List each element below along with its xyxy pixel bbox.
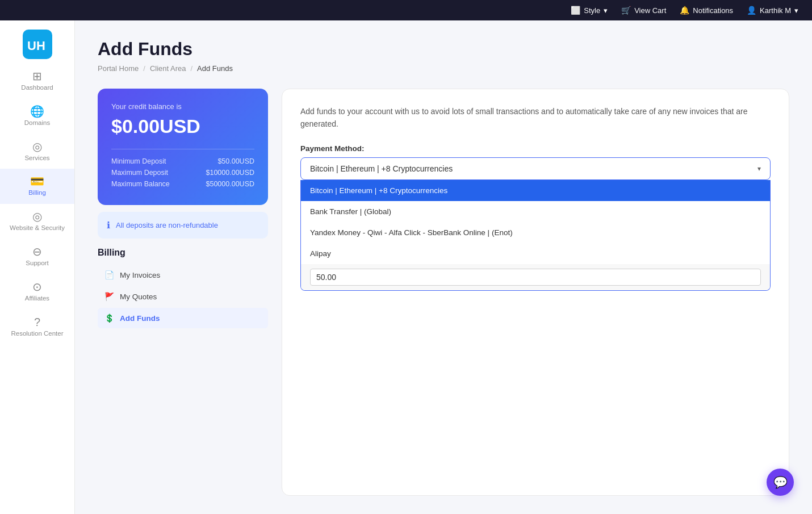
billing-section-title: Billing [98, 248, 268, 258]
billing-icon: 💳 [30, 175, 44, 187]
min-deposit-val: $50.00USD [217, 157, 254, 165]
viewcart-label: View Cart [634, 6, 666, 15]
funds-description: Add funds to your account with us to avo… [300, 105, 771, 131]
balance-card: Your credit balance is $0.00USD Minimum … [98, 89, 268, 205]
min-deposit-label: Minimum Deposit [111, 157, 166, 165]
support-icon: ⊖ [32, 246, 42, 257]
user-chevron: ▾ [794, 6, 798, 15]
payment-dropdown-wrapper: Bitcoin | Ethereum | +8 Cryptocurrencies… [300, 157, 771, 180]
main-content: Add Funds Portal Home / Client Area / Ad… [75, 20, 812, 514]
balance-divider [111, 149, 254, 149]
dashboard-label: Dashboard [21, 84, 53, 92]
security-icon: ◎ [32, 211, 42, 222]
style-menu[interactable]: ⬜ Style ▾ [571, 6, 608, 15]
add-funds-icon: 💲 [104, 314, 114, 323]
max-deposit-label: Maximum Deposit [111, 169, 168, 177]
sidebar-item-billing[interactable]: 💳 Billing [0, 169, 74, 204]
breadcrumb-client[interactable]: Client Area [150, 64, 186, 73]
viewcart-button[interactable]: 🛒 View Cart [621, 6, 666, 15]
resolution-icon: ? [34, 316, 40, 328]
max-balance-val: $50000.00USD [206, 180, 254, 188]
invoices-icon: 📄 [104, 270, 114, 279]
payment-option-alipay[interactable]: Alipay [301, 243, 770, 264]
content-row: Your credit balance is $0.00USD Minimum … [98, 89, 789, 496]
sidebar: UH ⊞ Dashboard 🌐 Domains ◎ Services 💳 Bi… [0, 20, 75, 514]
dashboard-icon: ⊞ [32, 70, 42, 82]
page-title: Add Funds [98, 39, 789, 60]
sidebar-item-support[interactable]: ⊖ Support [0, 239, 74, 274]
sidebar-item-resolution[interactable]: ? Resolution Center [0, 310, 74, 345]
notifications-button[interactable]: 🔔 Notifications [680, 6, 733, 15]
sidebar-item-affiliates[interactable]: ⊙ Affiliates [0, 274, 74, 310]
info-card: ℹ All deposits are non-refundable [98, 212, 268, 239]
billing-section: Billing 📄 My Invoices 🚩 My Quotes 💲 Add … [98, 248, 268, 329]
svg-text:UH: UH [27, 39, 45, 53]
services-icon: ◎ [32, 141, 42, 152]
sidebar-item-services[interactable]: ◎ Services [0, 134, 74, 169]
cart-icon: 🛒 [621, 6, 631, 15]
payment-option-bank[interactable]: Bank Transfer | (Global) [301, 201, 770, 222]
balance-label: Your credit balance is [111, 102, 254, 111]
breadcrumb-sep2: / [190, 64, 192, 73]
payment-dropdown[interactable]: Bitcoin | Ethereum | +8 Cryptocurrencies… [300, 157, 771, 180]
style-icon: ⬜ [571, 6, 580, 15]
domains-icon: 🌐 [30, 106, 44, 117]
info-text: All deposits are non-refundable [116, 221, 218, 229]
security-label: Website & Security [10, 224, 65, 232]
payment-method-label: Payment Method: [300, 144, 771, 153]
notifications-label: Notifications [693, 6, 733, 15]
logo[interactable]: UH [23, 30, 52, 59]
sidebar-item-dashboard[interactable]: ⊞ Dashboard [0, 64, 74, 99]
balance-amount: $0.00USD [111, 115, 254, 137]
payment-option-yandex[interactable]: Yandex Money - Qiwi - Alfa Click - SberB… [301, 222, 770, 243]
dropdown-arrow: ▾ [757, 165, 761, 173]
user-menu[interactable]: 👤 Karthik M ▾ [747, 6, 798, 15]
sidebar-item-domains[interactable]: 🌐 Domains [0, 99, 74, 134]
breadcrumb: Portal Home / Client Area / Add Funds [98, 64, 789, 73]
quotes-label: My Quotes [120, 292, 157, 301]
add-funds-menu-label: Add Funds [120, 314, 160, 323]
breadcrumb-current: Add Funds [197, 64, 233, 73]
billing-menu-quotes[interactable]: 🚩 My Quotes [98, 286, 268, 307]
resolution-label: Resolution Center [11, 330, 63, 338]
billing-menu-invoices[interactable]: 📄 My Invoices [98, 265, 268, 285]
max-deposit-val: $10000.00USD [206, 169, 254, 177]
max-deposit-row: Maximum Deposit $10000.00USD [111, 169, 254, 177]
support-label: Support [26, 260, 48, 268]
affiliates-icon: ⊙ [32, 281, 42, 292]
selected-payment-label: Bitcoin | Ethereum | +8 Cryptocurrencies [310, 164, 453, 173]
info-icon: ℹ [107, 220, 110, 231]
bell-icon: 🔔 [680, 6, 689, 15]
style-chevron: ▾ [604, 6, 608, 15]
style-label: Style [584, 6, 600, 15]
user-label: Karthik M [760, 6, 791, 15]
chat-button[interactable]: 💬 [767, 469, 794, 496]
topbar: ⬜ Style ▾ 🛒 View Cart 🔔 Notifications 👤 … [0, 0, 812, 20]
quotes-icon: 🚩 [104, 292, 114, 301]
billing-label: Billing [28, 189, 46, 197]
invoices-label: My Invoices [120, 271, 160, 279]
sidebar-item-website-security[interactable]: ◎ Website & Security [0, 204, 74, 239]
right-column: Add funds to your account with us to avo… [282, 89, 789, 496]
affiliates-label: Affiliates [25, 295, 49, 303]
billing-menu-add-funds[interactable]: 💲 Add Funds [98, 308, 268, 328]
domains-label: Domains [24, 119, 50, 127]
amount-input[interactable] [310, 269, 761, 286]
services-label: Services [24, 154, 49, 162]
user-icon: 👤 [747, 6, 756, 15]
breadcrumb-sep1: / [143, 64, 145, 73]
chat-icon: 💬 [773, 475, 788, 489]
breadcrumb-portal[interactable]: Portal Home [98, 64, 139, 73]
min-deposit-row: Minimum Deposit $50.00USD [111, 157, 254, 165]
left-column: Your credit balance is $0.00USD Minimum … [98, 89, 268, 496]
payment-dropdown-options: Bitcoin | Ethereum | +8 Cryptocurrencies… [300, 180, 771, 291]
payment-option-crypto[interactable]: Bitcoin | Ethereum | +8 Cryptocurrencies [301, 180, 770, 201]
max-balance-row: Maximum Balance $50000.00USD [111, 180, 254, 188]
amount-input-row-option [301, 264, 770, 290]
max-balance-label: Maximum Balance [111, 180, 170, 188]
